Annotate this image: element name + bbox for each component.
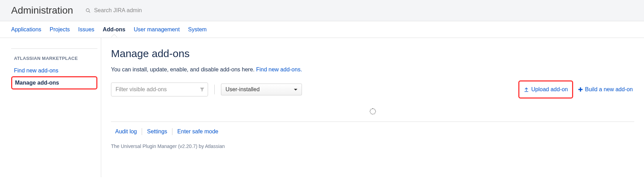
loading-row — [111, 108, 634, 122]
page-description: You can install, update, enable, and dis… — [111, 66, 634, 73]
search-icon — [86, 8, 91, 13]
admin-header: Administration — [0, 0, 644, 21]
safe-mode-link[interactable]: Enter safe mode — [172, 128, 223, 135]
tab-system[interactable]: System — [184, 22, 211, 37]
page-heading: Administration — [11, 5, 73, 16]
page-title: Manage add-ons — [111, 48, 634, 60]
svg-rect-5 — [578, 89, 583, 90]
addon-type-select[interactable]: User-installed — [221, 84, 302, 95]
build-label: Build a new add-on — [585, 86, 633, 93]
sidebar-heading: ATLASSIAN MARKETPLACE — [11, 56, 97, 61]
content-area: ATLASSIAN MARKETPLACE Find new add-ons M… — [0, 38, 644, 177]
loading-spinner-icon — [370, 108, 376, 115]
upload-label: Upload add-on — [531, 86, 568, 93]
filter-box[interactable] — [111, 83, 208, 96]
plus-icon — [578, 87, 583, 92]
upload-icon — [524, 87, 529, 92]
chevron-down-icon — [294, 89, 297, 91]
select-value: User-installed — [225, 86, 260, 93]
tab-applications[interactable]: Applications — [7, 22, 45, 37]
build-addon-link[interactable]: Build a new add-on — [577, 84, 634, 95]
main-content: Manage add-ons You can install, update, … — [101, 38, 644, 177]
controls-right: Upload add-on Build a new add-on — [518, 80, 634, 99]
svg-point-0 — [86, 8, 89, 11]
controls-row: User-installed Upload add-on — [111, 80, 634, 99]
main-nav-tabs: Applications Projects Issues Add-ons Use… — [0, 21, 644, 38]
svg-line-1 — [89, 11, 90, 13]
tab-issues[interactable]: Issues — [74, 22, 98, 37]
sidebar-section-marketplace: ATLASSIAN MARKETPLACE Find new add-ons M… — [11, 48, 97, 89]
desc-text: You can install, update, enable, and dis… — [111, 66, 256, 72]
find-new-addons-link[interactable]: Find new add-ons. — [256, 66, 302, 72]
footer-links: Audit log Settings Enter safe mode — [111, 122, 634, 141]
sidebar-item-manage-addons[interactable]: Manage add-ons — [11, 76, 97, 89]
admin-search[interactable] — [86, 7, 185, 14]
footer-text: The Universal Plugin Manager (v2.20.7) b… — [111, 141, 634, 156]
upload-addon-link[interactable]: Upload add-on — [522, 84, 569, 95]
tab-projects[interactable]: Projects — [45, 22, 74, 37]
settings-link[interactable]: Settings — [142, 128, 172, 135]
tab-add-ons[interactable]: Add-ons — [98, 22, 129, 37]
funnel-icon — [199, 87, 205, 92]
separator — [214, 85, 215, 94]
tab-user-management[interactable]: User management — [129, 22, 184, 37]
sidebar-item-find-addons[interactable]: Find new add-ons — [11, 65, 97, 76]
audit-log-link[interactable]: Audit log — [111, 128, 142, 135]
filter-input[interactable] — [116, 86, 199, 93]
sidebar: ATLASSIAN MARKETPLACE Find new add-ons M… — [0, 38, 101, 177]
upload-addon-highlight: Upload add-on — [518, 80, 573, 99]
search-input[interactable] — [94, 7, 185, 14]
